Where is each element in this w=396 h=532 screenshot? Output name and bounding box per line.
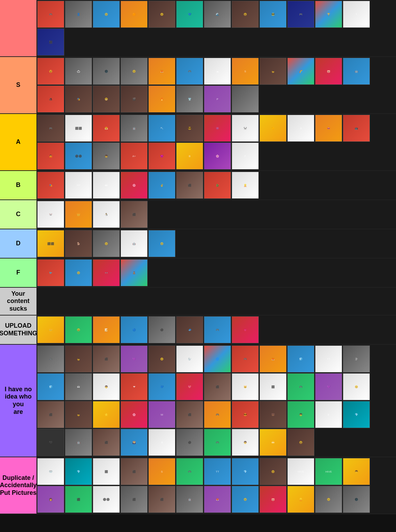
avatar[interactable]: 👄 [315, 115, 342, 142]
avatar[interactable]: 😄 [232, 1, 259, 28]
avatar[interactable]: 😵 [37, 58, 64, 85]
avatar[interactable]: 😊 [93, 1, 120, 28]
avatar[interactable]: 😐 [93, 230, 120, 257]
avatar[interactable]: 🎮 [287, 373, 314, 400]
avatar[interactable]: 🐻 [259, 401, 287, 428]
avatar[interactable]: 🎮 [176, 58, 203, 85]
avatar[interactable]: 🎮 [287, 1, 314, 28]
avatar[interactable]: ❤ [121, 373, 148, 400]
avatar[interactable]: 💎 [232, 458, 259, 485]
avatar[interactable]: 🌀 [204, 345, 231, 373]
avatar[interactable]: 😊 [148, 230, 175, 257]
avatar[interactable]: 🎩 [37, 85, 64, 113]
avatar[interactable]: B [176, 142, 203, 170]
avatar[interactable]: 🎮 [204, 429, 231, 456]
avatar[interactable]: ⚫ [176, 429, 203, 456]
avatar[interactable]: 😄 [65, 316, 92, 343]
avatar[interactable]: 🦊 [259, 345, 287, 373]
avatar[interactable]: 🤖 [121, 230, 148, 257]
avatar[interactable]: 😤 [93, 115, 120, 142]
avatar[interactable]: ⭐ [93, 401, 120, 428]
avatar[interactable]: 🔵 [121, 316, 148, 343]
avatar[interactable]: 🐤 [259, 115, 287, 142]
avatar[interactable]: 🌈 [287, 58, 314, 85]
avatar[interactable]: ⬛ [121, 201, 148, 228]
avatar[interactable]: 🎮 [204, 401, 231, 428]
avatar[interactable]: ⬛ [204, 373, 231, 400]
avatar[interactable]: 🐧 [93, 201, 120, 228]
avatar[interactable]: 😊 [343, 373, 370, 400]
avatar[interactable]: 💙 [148, 373, 175, 400]
avatar[interactable]: T [343, 1, 370, 28]
avatar[interactable]: 🐷 [259, 486, 287, 513]
avatar[interactable]: 💗 [232, 316, 259, 343]
avatar[interactable]: ⬛ [259, 373, 287, 400]
avatar[interactable]: 💜 [121, 345, 148, 373]
avatar[interactable]: ⏸ [148, 429, 175, 456]
avatar[interactable]: P [232, 142, 259, 170]
avatar[interactable]: 🎮 [37, 345, 64, 373]
avatar[interactable]: 🌄 [121, 429, 148, 456]
avatar[interactable]: ⬛⬛ [37, 230, 64, 257]
avatar[interactable]: 🌑 [93, 58, 120, 85]
avatar[interactable]: 🦭 [176, 345, 203, 373]
avatar[interactable]: 🥽 [37, 458, 64, 485]
avatar[interactable]: 👩 [37, 486, 64, 513]
avatar[interactable]: ⚫⚫ [93, 486, 120, 513]
avatar[interactable]: ⬛⬛ [65, 115, 92, 142]
avatar[interactable]: 💖 [176, 373, 203, 400]
avatar[interactable]: 🤖 [176, 486, 203, 513]
avatar[interactable]: 🧊 [287, 345, 314, 373]
avatar[interactable]: 🐭 [37, 201, 64, 228]
avatar[interactable]: ☁ [204, 58, 231, 85]
avatar[interactable]: 🕶 [65, 373, 92, 400]
avatar[interactable]: 👦 [232, 429, 259, 456]
avatar[interactable]: 🎮 [176, 458, 203, 485]
avatar[interactable]: 🕶 [259, 429, 287, 456]
avatar[interactable]: 🎬 [121, 85, 148, 113]
avatar[interactable]: 🎭 [65, 85, 92, 113]
avatar[interactable]: 🌫 [343, 345, 370, 373]
avatar[interactable]: 💎 [343, 401, 370, 428]
avatar[interactable]: E [315, 401, 342, 428]
avatar[interactable]: 🐕 [65, 230, 92, 257]
avatar[interactable]: ⬛ [176, 172, 203, 199]
avatar[interactable]: 👤 [65, 1, 92, 28]
avatar[interactable]: FP [65, 172, 92, 199]
avatar[interactable]: 😐 [315, 486, 342, 513]
avatar[interactable]: M [148, 401, 175, 428]
avatar[interactable]: 🖤 [37, 429, 64, 456]
avatar[interactable]: HIVE [287, 458, 314, 485]
avatar[interactable]: 🎮 [204, 316, 231, 343]
avatar[interactable]: 🤖 [121, 115, 148, 142]
avatar[interactable]: 🐦 [37, 259, 64, 286]
avatar[interactable]: 🤖 [343, 58, 370, 85]
avatar[interactable]: TT [204, 458, 231, 485]
avatar[interactable]: ⚫⚫ [65, 142, 92, 170]
avatar[interactable]: 😐 [121, 58, 148, 85]
avatar[interactable]: 😊 [259, 458, 287, 485]
avatar[interactable]: ⬛ [93, 458, 120, 485]
avatar[interactable]: 🎭 [37, 172, 64, 199]
avatar[interactable]: 😄 [287, 429, 314, 456]
avatar[interactable]: 😎 [232, 401, 259, 428]
avatar[interactable]: 🧢 [176, 316, 203, 343]
avatar[interactable]: 🎮 [232, 345, 259, 373]
avatar[interactable]: 👦 [259, 58, 287, 85]
avatar[interactable]: 🧸 [121, 259, 148, 286]
avatar[interactable]: ⬛ [176, 401, 203, 428]
avatar[interactable]: 🤖 [65, 429, 92, 456]
avatar[interactable]: 💜 [315, 373, 342, 400]
avatar[interactable]: 😊 [65, 259, 92, 286]
avatar[interactable]: A+ [121, 142, 148, 170]
avatar[interactable]: ⏸ [287, 115, 314, 142]
avatar[interactable]: 🧊 [37, 373, 64, 400]
avatar[interactable]: 😐 [148, 345, 175, 373]
avatar[interactable]: 👱 [287, 486, 314, 513]
avatar[interactable]: 😐 [148, 1, 175, 28]
avatar[interactable]: 👦 [65, 401, 92, 428]
avatar[interactable]: 👦 [287, 401, 314, 428]
avatar[interactable] [232, 85, 259, 113]
avatar[interactable]: 🦊 [148, 58, 175, 85]
avatar[interactable]: 📺 [343, 115, 370, 142]
